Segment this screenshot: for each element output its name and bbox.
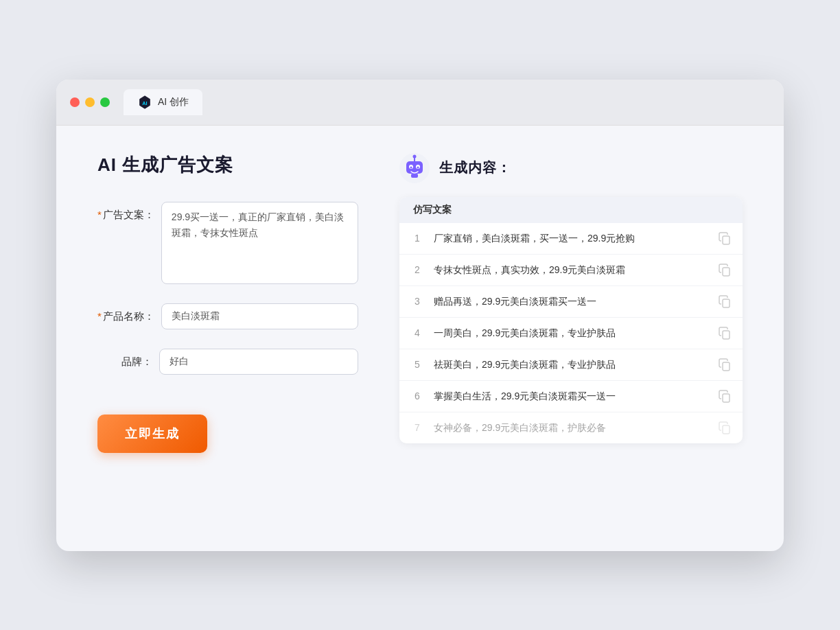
svg-rect-15 xyxy=(723,362,730,371)
copy-icon-1[interactable] xyxy=(718,231,732,245)
result-title: 生成内容： xyxy=(439,159,511,177)
browser-content: AI 生成广告文案 *广告文案： 29.9买一送一，真正的厂家直销，美白淡斑霜，… xyxy=(56,126,784,551)
result-row-1: 1 厂家直销，美白淡斑霜，买一送一，29.9元抢购 xyxy=(399,223,743,255)
brand-input[interactable] xyxy=(159,349,358,375)
product-required: * xyxy=(97,310,102,322)
result-num-6: 6 xyxy=(410,390,424,401)
close-button[interactable] xyxy=(70,97,80,107)
result-num-4: 4 xyxy=(410,327,424,338)
svg-rect-13 xyxy=(723,299,730,307)
result-row-2: 2 专抹女性斑点，真实功效，29.9元美白淡斑霜 xyxy=(399,255,743,286)
result-text-6: 掌握美白生活，29.9元美白淡斑霜买一送一 xyxy=(434,389,708,404)
copy-icon-4[interactable] xyxy=(718,326,732,340)
result-text-3: 赠品再送，29.9元美白淡斑霜买一送一 xyxy=(434,294,708,309)
result-row-3: 3 赠品再送，29.9元美白淡斑霜买一送一 xyxy=(399,286,743,318)
minimize-button[interactable] xyxy=(85,97,95,107)
svg-rect-14 xyxy=(723,331,730,339)
product-name-group: *产品名称： xyxy=(97,303,358,329)
result-text-2: 专抹女性斑点，真实功效，29.9元美白淡斑霜 xyxy=(434,263,708,277)
result-table: 仿写文案 1 厂家直销，美白淡斑霜，买一送一，29.9元抢购 2 专抹女性斑点，… xyxy=(399,197,743,443)
result-table-header: 仿写文案 xyxy=(399,197,743,223)
robot-avatar-icon xyxy=(399,153,430,183)
result-num-1: 1 xyxy=(410,233,424,244)
ad-copy-label: *广告文案： xyxy=(97,202,154,222)
result-num-5: 5 xyxy=(410,359,424,370)
ad-copy-group: *广告文案： 29.9买一送一，真正的厂家直销，美白淡斑霜，专抹女性斑点 xyxy=(97,202,358,284)
copy-icon-6[interactable] xyxy=(718,389,732,403)
result-row-6: 6 掌握美白生活，29.9元美白淡斑霜买一送一 xyxy=(399,381,743,412)
left-panel: AI 生成广告文案 *广告文案： 29.9买一送一，真正的厂家直销，美白淡斑霜，… xyxy=(97,153,358,524)
result-row-7: 7 女神必备，29.9元美白淡斑霜，护肤必备 xyxy=(399,412,743,443)
product-name-label: *产品名称： xyxy=(97,303,154,323)
browser-window: AI AI 创作 AI 生成广告文案 *广告文案： 29.9买一送一，真正的厂家… xyxy=(56,80,784,551)
result-row-4: 4 一周美白，29.9元美白淡斑霜，专业护肤品 xyxy=(399,318,743,349)
result-text-7: 女神必备，29.9元美白淡斑霜，护肤必备 xyxy=(434,421,708,435)
copy-icon-3[interactable] xyxy=(718,294,732,308)
result-text-5: 祛斑美白，29.9元美白淡斑霜，专业护肤品 xyxy=(434,358,708,372)
result-num-2: 2 xyxy=(410,264,424,275)
right-panel: 生成内容： 仿写文案 1 厂家直销，美白淡斑霜，买一送一，29.9元抢购 2 专… xyxy=(399,153,743,524)
brand-label: 品牌： xyxy=(97,349,152,369)
product-name-input[interactable] xyxy=(161,303,358,329)
brand-group: 品牌： xyxy=(97,349,358,375)
traffic-lights xyxy=(70,97,110,107)
maximize-button[interactable] xyxy=(100,97,110,107)
svg-rect-5 xyxy=(406,161,423,174)
svg-point-9 xyxy=(417,166,419,168)
active-tab[interactable]: AI AI 创作 xyxy=(124,89,202,115)
result-text-4: 一周美白，29.9元美白淡斑霜，专业护肤品 xyxy=(434,326,708,340)
tab-label: AI 创作 xyxy=(158,96,189,108)
titlebar: AI AI 创作 xyxy=(56,80,784,126)
result-text-1: 厂家直销，美白淡斑霜，买一送一，29.9元抢购 xyxy=(434,231,708,246)
ai-tab-icon: AI xyxy=(137,95,152,110)
page-title: AI 生成广告文案 xyxy=(97,153,358,177)
copy-icon-2[interactable] xyxy=(718,263,732,277)
svg-rect-12 xyxy=(723,268,730,276)
svg-text:AI: AI xyxy=(142,100,147,106)
copy-icon-5[interactable] xyxy=(718,358,732,371)
result-header: 生成内容： xyxy=(399,153,743,183)
copy-icon-7[interactable] xyxy=(718,421,732,434)
svg-point-4 xyxy=(413,154,417,158)
result-num-3: 3 xyxy=(410,296,424,307)
ad-copy-input[interactable]: 29.9买一送一，真正的厂家直销，美白淡斑霜，专抹女性斑点 xyxy=(161,202,358,284)
generate-button[interactable]: 立即生成 xyxy=(97,415,207,453)
result-row-5: 5 祛斑美白，29.9元美白淡斑霜，专业护肤品 xyxy=(399,349,743,381)
svg-rect-16 xyxy=(723,394,730,402)
result-num-7: 7 xyxy=(410,422,424,433)
svg-rect-11 xyxy=(723,236,730,244)
svg-point-8 xyxy=(410,166,412,168)
svg-rect-17 xyxy=(723,425,730,434)
ad-copy-required: * xyxy=(97,209,102,220)
svg-rect-10 xyxy=(411,174,418,178)
